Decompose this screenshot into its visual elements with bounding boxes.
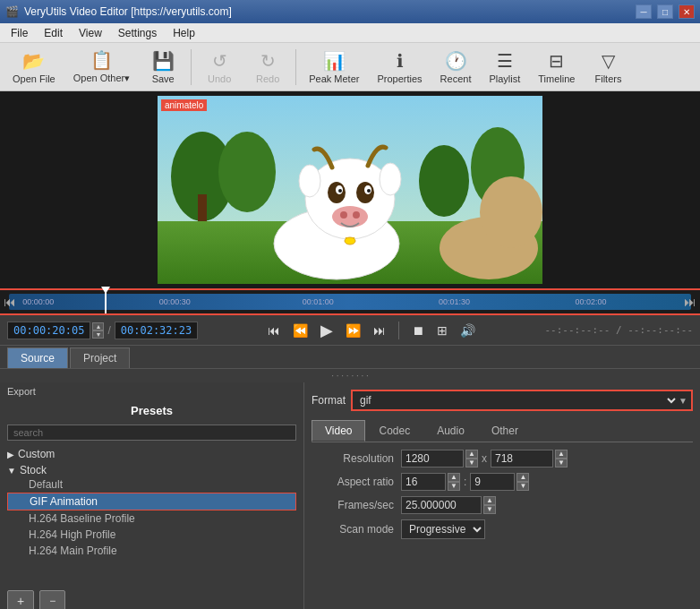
filters-button[interactable]: ▽ Filters xyxy=(585,47,630,88)
minimize-button[interactable]: ─ xyxy=(636,4,652,19)
menu-settings[interactable]: Settings xyxy=(111,25,164,41)
properties-icon: ℹ xyxy=(397,50,404,72)
playlist-button[interactable]: ☰ Playlist xyxy=(482,47,527,88)
svg-point-7 xyxy=(218,132,276,212)
timeline-start-btn[interactable]: ⏮ xyxy=(0,290,20,313)
timeline-end-btn[interactable]: ⏭ xyxy=(680,290,700,313)
preset-group-custom-header[interactable]: ▶ Custom xyxy=(7,448,296,460)
volume-btn[interactable]: 🔊 xyxy=(457,322,479,339)
time-up-btn[interactable]: ▲ xyxy=(92,322,104,330)
svg-point-16 xyxy=(338,189,342,193)
res-h-down[interactable]: ▼ xyxy=(555,459,568,467)
time-marker-0: 00:00:00 xyxy=(22,297,54,306)
open-other-button[interactable]: 📋 Open Other▾ xyxy=(66,46,137,88)
time-display-spinner: ▲ ▼ xyxy=(92,322,104,339)
playlist-icon: ☰ xyxy=(497,50,513,72)
remove-preset-button[interactable]: − xyxy=(39,590,65,609)
svg-point-11 xyxy=(380,163,401,195)
peak-meter-label: Peak Meter xyxy=(309,73,359,84)
fps-up[interactable]: ▲ xyxy=(483,496,496,505)
format-panel: Format gif mp4 avi ▼ Video Codec Audio O… xyxy=(304,382,700,609)
preset-item-gif[interactable]: GIF Animation xyxy=(7,493,296,510)
fast-forward-btn[interactable]: ⏩ xyxy=(342,322,364,339)
close-button[interactable]: ✕ xyxy=(679,4,695,19)
resolution-height-input[interactable] xyxy=(491,450,553,467)
format-tab-other[interactable]: Other xyxy=(478,420,532,442)
asp-h-up[interactable]: ▲ xyxy=(516,473,529,482)
aspect-height-input[interactable] xyxy=(470,473,515,491)
skip-end-btn[interactable]: ⏭ xyxy=(370,322,389,339)
save-button[interactable]: 💾 Save xyxy=(141,47,185,88)
redo-button[interactable]: ↻ Redo xyxy=(245,47,290,88)
peak-meter-icon: 📊 xyxy=(323,50,346,72)
current-time-display: 00:00:20:05 xyxy=(7,322,90,339)
recent-label: Recent xyxy=(440,73,472,84)
video-area: animatelo xyxy=(0,91,700,288)
fps-input[interactable] xyxy=(401,496,482,514)
res-h-up[interactable]: ▲ xyxy=(555,450,568,459)
playhead[interactable] xyxy=(105,290,107,313)
presets-search-input[interactable] xyxy=(7,425,296,441)
project-tab[interactable]: Project xyxy=(70,347,130,368)
open-file-button[interactable]: 📂 Open File xyxy=(5,47,63,88)
fps-spinner: ▲ ▼ xyxy=(483,496,496,514)
custom-expand-arrow: ▶ xyxy=(7,450,14,459)
preset-item-h264-main[interactable]: H.264 Main Profile xyxy=(7,543,296,559)
svg-point-20 xyxy=(353,211,360,219)
aspect-field-row: Aspect ratio ▲ ▼ : ▲ ▼ xyxy=(312,473,693,491)
menu-view[interactable]: View xyxy=(72,25,109,41)
skip-start-btn[interactable]: ⏮ xyxy=(264,322,284,339)
scanmode-field-row: Scan mode Progressive Interlaced xyxy=(312,519,693,539)
menu-bar: File Edit View Settings Help xyxy=(0,23,700,43)
timeline-button[interactable]: ⊟ Timeline xyxy=(531,47,582,88)
format-select[interactable]: gif mp4 avi xyxy=(356,393,679,407)
presets-list: ▶ Custom ▼ Stock Default GIF Animation H… xyxy=(0,444,303,587)
time-down-btn[interactable]: ▼ xyxy=(92,330,104,339)
undo-button[interactable]: ↺ Undo xyxy=(197,47,242,88)
recent-button[interactable]: 🕐 Recent xyxy=(433,47,479,88)
preset-item-h264-high[interactable]: H.264 High Profile xyxy=(7,527,296,543)
format-dropdown-arrow: ▼ xyxy=(679,396,687,406)
grid-btn[interactable]: ⊞ xyxy=(433,322,451,339)
video-frame-svg xyxy=(158,96,542,284)
resolution-width-spinner: ▲ ▼ xyxy=(465,450,478,467)
preset-group-stock-label: Stock xyxy=(20,464,47,476)
source-tab[interactable]: Source xyxy=(7,347,68,368)
asp-w-up[interactable]: ▲ xyxy=(448,473,460,482)
menu-file[interactable]: File xyxy=(4,25,35,41)
menu-edit[interactable]: Edit xyxy=(37,25,70,41)
fps-down[interactable]: ▼ xyxy=(483,505,496,514)
preset-item-default[interactable]: Default xyxy=(7,476,296,493)
resolution-height-spinner: ▲ ▼ xyxy=(555,450,568,467)
toolbar-separator-2 xyxy=(295,49,296,85)
source-tabs: Source Project xyxy=(0,346,700,369)
add-preset-button[interactable]: + xyxy=(7,590,34,609)
res-w-up[interactable]: ▲ xyxy=(465,450,478,459)
fps-field-row: Frames/sec ▲ ▼ xyxy=(312,496,693,514)
format-tab-codec[interactable]: Codec xyxy=(365,420,423,442)
play-btn[interactable]: ▶ xyxy=(317,319,337,342)
menu-help[interactable]: Help xyxy=(166,25,202,41)
aspect-width-input[interactable] xyxy=(401,473,446,491)
aspect-width-spinner: ▲ ▼ xyxy=(448,473,460,491)
peak-meter-button[interactable]: 📊 Peak Meter xyxy=(302,47,366,88)
format-tab-video[interactable]: Video xyxy=(312,420,365,442)
maximize-button[interactable]: □ xyxy=(657,4,673,19)
preset-group-stock-header[interactable]: ▼ Stock xyxy=(7,464,296,476)
res-w-down[interactable]: ▼ xyxy=(465,459,478,467)
resolution-width-input[interactable] xyxy=(401,450,464,467)
scan-mode-select[interactable]: Progressive Interlaced xyxy=(401,519,485,539)
title-content: 🎬 VeryUtils Video Editor [https://veryut… xyxy=(5,5,232,18)
stop-btn[interactable]: ⏹ xyxy=(408,322,428,339)
video-player[interactable]: animatelo xyxy=(158,96,542,284)
rewind-btn[interactable]: ⏪ xyxy=(289,322,312,339)
filters-label: Filters xyxy=(594,73,621,84)
asp-w-down[interactable]: ▼ xyxy=(448,482,460,491)
time-separator: / xyxy=(107,324,110,337)
properties-button[interactable]: ℹ Properties xyxy=(370,47,429,88)
asp-h-down[interactable]: ▼ xyxy=(516,482,529,491)
format-tab-audio[interactable]: Audio xyxy=(423,420,478,442)
svg-point-19 xyxy=(340,211,347,219)
preset-item-h264-baseline[interactable]: H.264 Baseline Profile xyxy=(7,510,296,527)
stock-expand-arrow: ▼ xyxy=(7,466,16,476)
